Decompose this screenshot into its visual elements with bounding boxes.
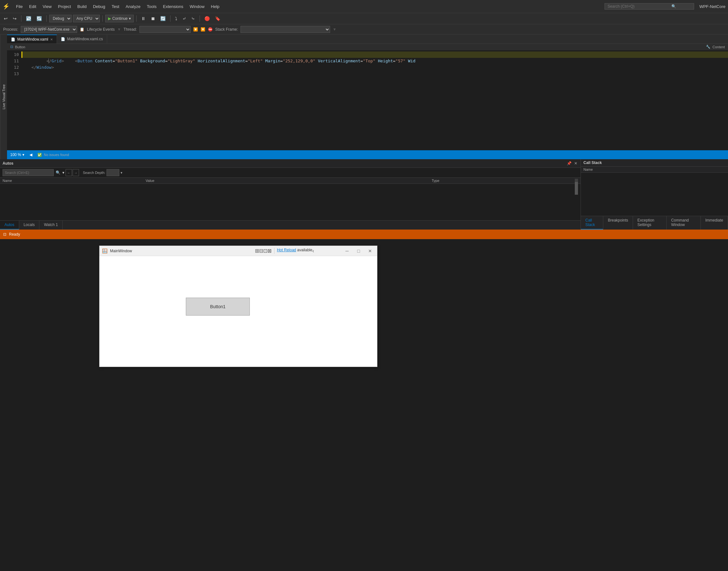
code-editor[interactable]: 10 11 12 13 │ <Button Content="Button1" … <box>7 50 728 150</box>
thread-dropdown[interactable] <box>139 26 191 33</box>
autos-title: Autos <box>3 161 13 165</box>
code-line-13 <box>21 71 728 77</box>
tab-close-0[interactable]: ✕ <box>50 38 53 41</box>
window-title: WPF-NetCore <box>699 4 725 9</box>
menu-test[interactable]: Test <box>109 3 122 10</box>
separator-6 <box>200 15 200 22</box>
callstack-header: Call Stack <box>581 159 728 166</box>
debug-mode-dropdown[interactable]: Debug <box>49 15 72 22</box>
process-dropdown[interactable]: [37024] WPF-NetCore.exe <box>21 26 77 33</box>
live-visual-tree[interactable]: Live Visual Tree <box>0 34 7 159</box>
menu-extensions[interactable]: Extensions <box>160 3 186 10</box>
restart-btn[interactable]: 🔄 <box>158 15 168 22</box>
menu-project[interactable]: Project <box>55 3 73 10</box>
menu-search[interactable]: 🔍 <box>605 3 694 10</box>
menu-help[interactable]: Help <box>208 3 222 10</box>
lifecycle-events[interactable]: Lifecycle Events <box>87 27 115 32</box>
tab-locals[interactable]: Locals <box>19 221 40 230</box>
breadcrumb-element[interactable]: Button <box>15 45 25 49</box>
tab-exception-settings[interactable]: Exception Settings <box>633 216 666 230</box>
step-into-btn[interactable]: ⤶ <box>180 15 188 22</box>
tab-command-window[interactable]: Command Window <box>666 216 701 230</box>
platform-dropdown[interactable]: Any CPU <box>73 15 100 22</box>
menu-file[interactable]: File <box>13 3 25 10</box>
wpf-tool-btn-1[interactable]: ⊞ <box>255 248 259 254</box>
callstack-col-header: Name <box>581 166 728 173</box>
debug-panels: Autos 📌 ✕ 🔍 ▾ ← → Search Depth: ▾ Name V… <box>0 159 728 230</box>
search-depth-control: Search Depth: ▾ <box>83 169 122 176</box>
zoom-value: 100 % <box>10 152 21 157</box>
search-input[interactable] <box>607 4 671 9</box>
wpf-tool-btn-2[interactable]: ⊟ <box>259 248 263 254</box>
content-wrench-icon: 🔧 <box>706 45 710 49</box>
hot-reload-link[interactable]: Hot Reload <box>277 248 296 252</box>
separator-wpf <box>274 248 275 254</box>
stack-frame-dropdown[interactable] <box>240 26 330 33</box>
thread-label: Thread: <box>123 27 136 32</box>
stop-btn[interactable]: ⏹ <box>149 15 157 22</box>
search-prev-btn[interactable]: ← <box>66 169 72 176</box>
search-btn[interactable]: 🔍 <box>55 170 61 176</box>
tab-mainwindow-xaml-cs[interactable]: 📄 MainWindow.xaml.cs <box>57 35 107 43</box>
menu-analyze[interactable]: Analyze <box>123 3 143 10</box>
menu-edit[interactable]: Edit <box>26 3 39 10</box>
undo-btn[interactable]: ↩️ <box>24 15 33 22</box>
search-dropdown-icon[interactable]: ▾ <box>63 170 64 175</box>
wpf-tool-btn-3[interactable]: ⊡ <box>263 248 268 254</box>
forward-nav-btn[interactable]: ↪ <box>11 15 18 22</box>
wpf-window-content: Button1 <box>99 256 377 367</box>
main-toolbar: ↩ ↪ ↩️ ↪️ Debug Any CPU ▶ Continue ▾ ⏸ ⏹… <box>0 13 728 24</box>
table-scrollbar[interactable] <box>575 179 578 183</box>
editor-breadcrumb: ⊡ Button 🔧 Content <box>7 44 728 50</box>
search-depth-label: Search Depth: <box>83 171 105 175</box>
process-bar: Process: [37024] WPF-NetCore.exe 📋 Lifec… <box>0 24 728 34</box>
depth-dropdown-icon[interactable]: ▾ <box>121 171 122 175</box>
continue-btn[interactable]: ▶ Continue ▾ <box>105 15 134 22</box>
pause-btn[interactable]: ⏸ <box>139 15 147 22</box>
wpf-tool-btn-4[interactable]: ⊠ <box>268 248 272 254</box>
tab-autos[interactable]: Autos <box>0 221 19 230</box>
autos-panel-tools: 📌 ✕ <box>566 160 578 166</box>
back-nav-btn[interactable]: ↩ <box>2 15 10 22</box>
tab-mainwindow-xaml[interactable]: 📄 MainWindow.xaml ✕ <box>7 34 57 43</box>
wpf-maximize-btn[interactable]: □ <box>354 247 363 255</box>
stack-frame-label: Stack Frame: <box>215 27 238 32</box>
depth-input[interactable] <box>107 169 119 176</box>
breadcrumb-content-label: Content <box>712 45 725 49</box>
autos-search-input[interactable] <box>3 169 54 176</box>
wpf-close-btn[interactable]: ✕ <box>366 247 375 255</box>
redo-btn[interactable]: ↪️ <box>34 15 44 22</box>
wpf-window-controls: ─ □ ✕ <box>342 247 375 255</box>
breadcrumb-right: 🔧 Content <box>706 45 725 49</box>
scroll-left-icon[interactable]: ◀ <box>29 152 32 157</box>
bookmark-btn[interactable]: 🔖 <box>213 15 222 22</box>
step-out-btn[interactable]: ⤷ <box>189 15 197 22</box>
hot-reload-chevron[interactable]: ‹ <box>312 248 314 254</box>
code-line-12: </Window> <box>21 64 728 71</box>
menu-view[interactable]: View <box>40 3 54 10</box>
step-over-btn[interactable]: ⤵ <box>173 15 179 22</box>
close-panel-btn[interactable]: ✕ <box>574 160 578 166</box>
tab-immediate[interactable]: Immediate <box>701 216 728 230</box>
breakpoints-btn[interactable]: 🔴 <box>202 15 212 22</box>
tab-callstack[interactable]: Call Stack <box>581 216 603 230</box>
wpf-window-title: MainWindow <box>110 249 226 253</box>
menu-debug[interactable]: Debug <box>91 3 108 10</box>
callstack-bottom-tabs: Call Stack Breakpoints Exception Setting… <box>581 216 728 230</box>
menu-window[interactable]: Window <box>187 3 207 10</box>
menu-build[interactable]: Build <box>75 3 89 10</box>
pin-btn[interactable]: 📌 <box>566 160 572 166</box>
zoom-control[interactable]: 100 % ▾ <box>10 152 24 157</box>
wpf-minimize-btn[interactable]: ─ <box>342 247 351 255</box>
wpf-button1[interactable]: Button1 <box>186 298 250 316</box>
thread-icon2: 🔽 <box>201 27 205 32</box>
editor-status-bar: 100 % ▾ ◀ ✅ No issues found <box>7 150 728 159</box>
search-next-btn[interactable]: → <box>73 169 79 176</box>
tab-breakpoints[interactable]: Breakpoints <box>603 216 633 230</box>
col-header-name: Name <box>3 179 145 183</box>
hot-reload-label: Hot Reload available <box>277 248 313 254</box>
code-content[interactable]: │ <Button Content="Button1" Background="… <box>21 50 728 150</box>
tab-watch1[interactable]: Watch 1 <box>39 221 63 230</box>
ready-text: Ready <box>9 232 20 237</box>
menu-tools[interactable]: Tools <box>144 3 159 10</box>
